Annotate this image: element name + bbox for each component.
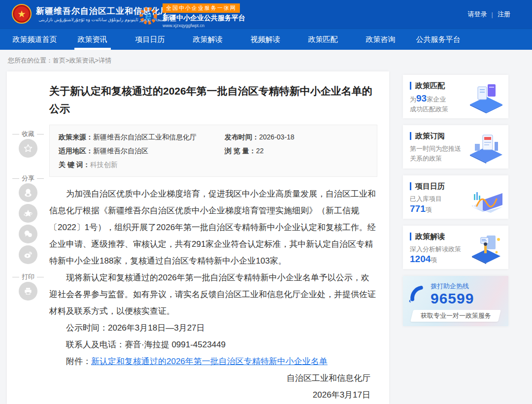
svg-text:e: e bbox=[145, 9, 152, 22]
article-paragraph: 现将新认定和复核通过的2026年第一批自治区专精特新中小企业名单予以公示，欢迎社… bbox=[49, 269, 377, 320]
main-nav: 政策频道首页 政策资讯 项目日历 政策解读 视频解读 政策匹配 政策咨询 公共服… bbox=[0, 29, 532, 50]
article: 关于新认定和复核通过的2026年第一批自治区专精特新中小企业名单的公示 政策来源… bbox=[49, 82, 377, 404]
article-title: 关于新认定和复核通过的2026年第一批自治区专精特新中小企业名单的公示 bbox=[49, 82, 377, 118]
meta-source: 政策来源：新疆维吾尔自治区工业和信息化厅 bbox=[59, 130, 225, 144]
weibo-icon bbox=[23, 250, 33, 260]
share-qzone-button[interactable] bbox=[19, 204, 37, 223]
share-qq-button[interactable] bbox=[19, 183, 37, 202]
sidebar-card-policy-match[interactable]: 政策匹配 为93家企业 成功匹配政策 bbox=[403, 75, 508, 118]
nav-item-project-calendar[interactable]: 项目日历 bbox=[121, 29, 179, 50]
nav-item-video-interpretation[interactable]: 视频解读 bbox=[236, 29, 294, 50]
policy-match-illustration bbox=[468, 83, 504, 113]
nav-item-policy-news[interactable]: 政策资讯 bbox=[64, 29, 121, 50]
auth-links: 请登录 | 注册 bbox=[468, 10, 510, 19]
favorite-button[interactable] bbox=[19, 139, 37, 158]
attachment-label: 附件： bbox=[66, 357, 91, 366]
policy-subscribe-illustration bbox=[468, 133, 504, 164]
share-wechat-button[interactable] bbox=[19, 225, 37, 243]
star-icon bbox=[23, 143, 33, 153]
sidebar-card-project-calendar[interactable]: 项目日历 已入库项目 771项 bbox=[403, 175, 508, 219]
meta-publish-date: 发布时间：2026-03-18 bbox=[225, 130, 368, 144]
qq-icon bbox=[23, 188, 33, 198]
login-link[interactable]: 请登录 bbox=[468, 10, 487, 19]
article-body: 为加强自治区优质中小企业梯度培育，促进我区中小企业高质量发展，自治区工业和信息化… bbox=[49, 186, 377, 404]
nav-item-policy-consult[interactable]: 政策咨询 bbox=[352, 29, 409, 50]
attachment-line: 附件：新认定和复核通过的2026年第一批自治区专精特新中小企业名单 bbox=[49, 353, 377, 370]
hotline-label: 拨打助企热线 bbox=[431, 282, 503, 291]
meta-views: 浏 览 量：22 bbox=[225, 144, 368, 158]
sidebar: 政策匹配 为93家企业 成功匹配政策 政策订阅 第一时间为您推送 关系的政策 bbox=[403, 75, 508, 326]
share-toolbar: 收藏 分享 bbox=[9, 129, 47, 301]
platform-badge: 全国中小企业服务一张网 bbox=[163, 3, 240, 13]
breadcrumb: 您所在的位置：首页>政策资讯>详情 bbox=[0, 50, 532, 71]
printer-icon bbox=[23, 286, 33, 296]
top-header: ★ 新疆维吾尔自治区工业和信息化厅 شىنجاڭ ئۇيغۇر ئاپتونوم… bbox=[0, 0, 532, 29]
auth-divider: | bbox=[492, 11, 493, 18]
article-meta: 政策来源：新疆维吾尔自治区工业和信息化厅 发布时间：2026-03-18 适用地… bbox=[49, 125, 377, 177]
hotline-caption-button[interactable]: 获取专业一对一政策服务 bbox=[410, 310, 501, 322]
gear-logo-icon: e bbox=[138, 5, 159, 26]
nav-item-public-service[interactable]: 公共服务平台 bbox=[409, 29, 467, 50]
nav-item-policy-home[interactable]: 政策频道首页 bbox=[6, 29, 64, 50]
project-calendar-illustration bbox=[468, 183, 504, 214]
nav-item-policy-match[interactable]: 政策匹配 bbox=[294, 29, 352, 50]
favorite-label: 收藏 bbox=[9, 129, 47, 139]
sidebar-card-policy-interpretation[interactable]: 政策解读 深入分析解读政策 1204项 bbox=[403, 226, 508, 269]
meta-region: 适用地区：新疆维吾尔自治区 bbox=[59, 144, 225, 158]
attachment-link[interactable]: 新认定和复核通过的2026年第一批自治区专精特新中小企业名单 bbox=[91, 357, 328, 366]
platform-brand: e 全国中小企业服务一张网 新疆中小企业公共服务平台 www.xjzxqyggf… bbox=[138, 3, 245, 28]
share-weibo-button[interactable] bbox=[19, 245, 37, 264]
article-card: 收藏 分享 bbox=[7, 71, 389, 404]
article-paragraph: 公示时间：2026年3月18日—3月27日 bbox=[49, 320, 377, 337]
print-button[interactable] bbox=[19, 282, 37, 301]
national-emblem-icon: ★ bbox=[12, 4, 32, 24]
signature-org: 自治区工业和信息化厅 bbox=[49, 370, 377, 387]
hotline-number: 96599 bbox=[431, 291, 503, 306]
wechat-icon bbox=[23, 229, 33, 239]
sidebar-card-policy-subscribe[interactable]: 政策订阅 第一时间为您推送 关系的政策 bbox=[403, 125, 508, 168]
register-link[interactable]: 注册 bbox=[498, 10, 510, 19]
breadcrumb-path[interactable]: 首页>政策资讯>详情 bbox=[53, 57, 111, 64]
platform-url: www.xjzxqyggfwpt.cn bbox=[163, 23, 245, 28]
phone-icon bbox=[407, 284, 426, 303]
breadcrumb-prefix: 您所在的位置： bbox=[8, 57, 53, 64]
platform-name: 新疆中小企业公共服务平台 bbox=[163, 14, 245, 23]
share-label: 分享 bbox=[9, 173, 47, 183]
qzone-icon bbox=[23, 208, 33, 218]
signature-date: 2026年3月17日 bbox=[49, 387, 377, 404]
print-label: 打印 bbox=[9, 272, 47, 282]
policy-interpretation-illustration bbox=[468, 234, 504, 264]
article-paragraph: 为加强自治区优质中小企业梯度培育，促进我区中小企业高质量发展，自治区工业和信息化… bbox=[49, 186, 377, 269]
nav-item-policy-interpretation[interactable]: 政策解读 bbox=[179, 29, 236, 50]
meta-keyword: 关 键 词：科技创新 bbox=[59, 158, 225, 171]
article-paragraph: 联系人及电话：赛音·海拉提 0991-4523449 bbox=[49, 337, 377, 353]
hotline-card: 拨打助企热线 96599 获取专业一对一政策服务 bbox=[403, 276, 508, 326]
